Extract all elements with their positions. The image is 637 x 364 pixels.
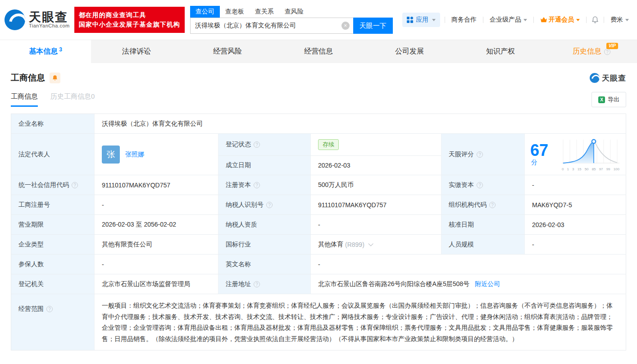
help-icon[interactable] (46, 306, 53, 312)
help-icon[interactable] (72, 182, 78, 188)
legal-rep-label: 法定代表人 (11, 134, 95, 175)
divider (483, 17, 483, 23)
tab-company-development[interactable]: 公司发展 (364, 40, 455, 63)
open-vip-label: 开通会员 (549, 16, 574, 24)
score-axis-ticks: 01 315 5085 9799 100 (561, 167, 620, 171)
legal-rep-cell: 张 张照娜 (95, 134, 218, 175)
tab-label: 基本信息 (29, 47, 58, 56)
reg-status-cell: 存续 (311, 134, 441, 155)
address-value: 北京市石景山区鲁谷南路26号向阳综合楼A座5层508号 (318, 280, 469, 288)
score-curve-chart: 01 315 5085 9799 100 (561, 138, 620, 171)
divider (604, 17, 604, 23)
reg-number-label: 工商注册号 (11, 195, 95, 214)
subtab-business-info[interactable]: 工商信息 (11, 92, 38, 107)
tab-label: 知识产权 (486, 47, 515, 56)
avatar[interactable]: 张 (102, 146, 120, 164)
score-label: 天眼评分 (441, 134, 525, 175)
subscribe-bell-icon[interactable] (50, 73, 60, 83)
credit-code-label: 统一社会信用代码 (11, 175, 95, 195)
table-row: 企业类型 其他有限责任公司 国标行业 其他体育 (R899) 人员规模 - (11, 235, 626, 255)
top-header: 天眼查 TianYanCha.com 都在用的商业查询工具 国家中小企业发展子基… (0, 0, 637, 40)
watermark-logo-icon (590, 73, 600, 83)
nav-business-cooperation[interactable]: 商务合作 (450, 16, 478, 24)
address-cell: 北京市石景山区鲁谷南路26号向阳综合楼A座5层508号 附近公司 (311, 274, 626, 294)
company-name-label: 企业名称 (11, 114, 95, 133)
legal-rep-link[interactable]: 张照娜 (125, 150, 144, 159)
subtab-history-business-info[interactable]: 历史工商信息0 (50, 92, 95, 107)
reg-status-label: 登记状态 (218, 134, 311, 155)
section-title: 工商信息 (11, 72, 45, 84)
tab-intellectual-property[interactable]: 知识产权 (455, 40, 546, 63)
tab-basic-info[interactable]: 基本信息 3 (0, 40, 91, 63)
table-row: 营业期限 2026-02-03 至 2056-02-02 纳税人资质 - 核准日… (11, 215, 626, 235)
reg-number-value: - (95, 195, 218, 214)
watermark-text: 天眼查 (602, 73, 626, 83)
help-icon[interactable] (477, 182, 483, 188)
paid-capital-label: 实缴资本 (441, 175, 525, 195)
help-icon[interactable] (254, 281, 260, 287)
table-row: 经营范围 一般项目：组织文化艺术交流活动；体育赛事策划；体育竞赛组织；体育经纪人… (11, 294, 626, 350)
excel-icon: X (598, 96, 605, 103)
notification-bell-icon[interactable] (591, 16, 599, 24)
help-icon[interactable] (266, 202, 273, 208)
registry-value: 北京市石景山区市场监督管理局 (95, 274, 218, 294)
industry-cell[interactable]: 其他体育 (R899) (311, 235, 441, 254)
vip-badge: VIP (606, 43, 618, 49)
export-button[interactable]: X 导出 (592, 92, 626, 107)
divider (533, 17, 534, 23)
nav-open-vip[interactable]: 开通会员 (538, 16, 582, 24)
enterprise-label: 企业级产品 (490, 16, 521, 24)
tab-operation-risk[interactable]: 经营风险 (182, 40, 273, 63)
logo-domain-text: TianYanCha.com (29, 23, 70, 29)
search-button[interactable]: 天眼一下 (353, 18, 393, 34)
tab-label: 历史信息 (573, 47, 601, 56)
tab-legal-proceedings[interactable]: 法律诉讼 (91, 40, 182, 63)
taxpayer-quality-value: - (311, 215, 441, 234)
tab-label: 经营信息 (304, 47, 333, 56)
tab-operation-info[interactable]: 经营信息 (273, 40, 364, 63)
table-row: 工商注册号 - 纳税人识别号 91110107MAK6YQD757 组织机构代码… (11, 195, 626, 215)
english-name-value: - (311, 255, 626, 274)
help-icon[interactable] (254, 182, 260, 188)
search-tab-risk[interactable]: 查风险 (279, 6, 309, 18)
search-tab-relation[interactable]: 查关系 (250, 6, 279, 18)
org-code-label: 组织机构代码 (441, 195, 525, 214)
search-tab-company[interactable]: 查公司 (190, 6, 220, 18)
score-label-text: 天眼评分 (449, 150, 474, 159)
tianyancha-logo[interactable]: 天眼查 TianYanCha.com (5, 9, 70, 30)
help-icon[interactable] (604, 49, 610, 55)
table-row: 企业名称 沃得埃极（北京）体育文化有限公司 (11, 114, 626, 134)
english-name-label: 英文名称 (218, 255, 311, 274)
apps-menu[interactable]: 应用 (402, 13, 440, 27)
scope-label: 经营范围 (11, 294, 95, 350)
chevron-down-icon (576, 19, 580, 21)
clear-search-icon[interactable]: × (341, 22, 350, 30)
paid-capital-value: - (525, 175, 626, 195)
tab-label: 经营风险 (213, 47, 242, 56)
table-row: 登记机关 北京市石景山区市场监督管理局 注册地址 北京市石景山区鲁谷南路26号向… (11, 274, 626, 294)
business-info-table: 企业名称 沃得埃极（北京）体育文化有限公司 法定代表人 张 张照娜 登记状态 存… (11, 114, 626, 350)
score-unit: 分 (531, 159, 537, 166)
tianyancha-watermark: 天眼查 (590, 73, 626, 83)
user-menu[interactable]: 费米 (609, 16, 631, 24)
taxpayer-id-label: 纳税人识别号 (218, 195, 311, 214)
score-cell[interactable]: 67分 (525, 134, 626, 175)
score-value: 67 (530, 141, 548, 159)
apps-grid-icon (407, 17, 413, 23)
search-input[interactable] (190, 18, 353, 34)
chevron-down-icon[interactable] (368, 241, 373, 246)
reg-status-label-text: 登记状态 (226, 141, 251, 149)
company-name-value: 沃得埃极（北京）体育文化有限公司 (95, 114, 626, 133)
logo-brand-text: 天眼查 (29, 11, 70, 23)
nearby-companies-link[interactable]: 附近公司 (475, 280, 500, 288)
nav-enterprise-products[interactable]: 企业级产品 (488, 16, 529, 24)
help-icon[interactable] (489, 202, 496, 208)
username-label: 费米 (610, 16, 623, 24)
tab-history-info[interactable]: VIP 历史信息 (546, 40, 637, 63)
search-tab-boss[interactable]: 查老板 (220, 6, 250, 18)
slogan-line2: 国家中小企业发展子基金旗下机构 (79, 20, 180, 29)
help-icon[interactable] (254, 141, 260, 148)
help-icon[interactable] (477, 151, 483, 158)
search-block: 查公司 查老板 查关系 查风险 × 天眼一下 (190, 6, 393, 34)
industry-value: 其他体育 (318, 241, 343, 249)
